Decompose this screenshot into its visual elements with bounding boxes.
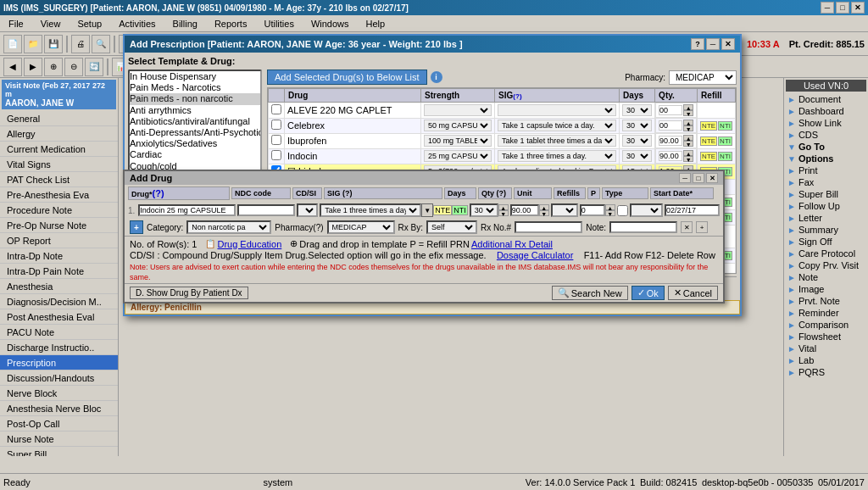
right-item-letter[interactable]: ►Letter [786, 212, 866, 224]
menu-reports[interactable]: Reports [209, 17, 253, 31]
qty-input-row[interactable] [510, 204, 539, 216]
sidebar-item-intra-pain[interactable]: Intra-Dp Pain Note [0, 264, 118, 279]
close-btn[interactable]: ✕ [851, 2, 865, 14]
right-item-print[interactable]: ►Print [786, 164, 866, 176]
tb2-btn5[interactable]: 🔄 [85, 58, 103, 76]
maximize-btn[interactable]: □ [836, 2, 849, 14]
tb2-btn3[interactable]: ⊕ [44, 58, 63, 76]
print-btn[interactable]: 🖨 [71, 35, 90, 53]
tb2-btn1[interactable]: ◀ [3, 58, 22, 76]
menu-billing[interactable]: Billing [168, 17, 203, 31]
sidebar-item-anesthesia-nerve[interactable]: Anesthesia Nerve Bloc [0, 401, 118, 416]
p-checkbox[interactable] [617, 205, 628, 216]
right-item-comparison[interactable]: ►Comparison [786, 319, 866, 331]
sig-ibuprofen[interactable]: Take 1 tablet three times a day. [498, 135, 616, 147]
right-item-goto[interactable]: ▼Go To [786, 141, 866, 153]
new-btn[interactable]: 📄 [3, 35, 22, 53]
right-item-show-link[interactable]: ►Show Link [786, 117, 866, 129]
strength-celebrex[interactable]: 50 mg CAPSULE [424, 120, 492, 131]
drug-input-field[interactable] [138, 204, 236, 216]
qty-celebrex[interactable] [659, 120, 682, 131]
add-drug-close[interactable]: ✕ [706, 173, 718, 183]
template-in-house[interactable]: In House Dispensary [130, 71, 260, 82]
qty-ibuprofen[interactable] [659, 136, 682, 146]
sidebar-item-nurse-note[interactable]: Nurse Note [0, 432, 118, 447]
menu-help[interactable]: Help [361, 17, 391, 31]
sig-input[interactable]: Take 1 three times a day. [320, 203, 421, 217]
sidebar-item-post-anesthesia[interactable]: Post Anesthesia Eval [0, 309, 118, 325]
note-clear-btn[interactable]: ✕ [681, 221, 693, 233]
cancel-btn[interactable]: ✕ Cancel [668, 286, 718, 300]
show-by-dx-btn[interactable]: D. Show Drug By Patient Dx [130, 287, 248, 299]
right-item-reminder[interactable]: ►Reminder [786, 307, 866, 319]
template-pain-narcotics[interactable]: Pain Meds - Narcotics [130, 82, 260, 93]
right-item-flowsheet[interactable]: ►Flowsheet [786, 331, 866, 342]
menu-file[interactable]: File [3, 17, 29, 31]
right-item-sign-off[interactable]: ►Sign Off [786, 236, 866, 248]
strength-aleve[interactable] [424, 104, 492, 116]
sidebar-item-intra-dp[interactable]: Intra-Dp Note [0, 248, 118, 264]
category-select[interactable]: Non narcotic pa [186, 220, 271, 234]
check-aleve[interactable] [271, 104, 281, 114]
right-item-vital[interactable]: ►Vital [786, 342, 866, 354]
note-add-btn[interactable]: + [696, 221, 708, 233]
sidebar-item-prescription[interactable]: Prescription [0, 355, 118, 370]
menu-utilities[interactable]: Utilities [259, 17, 298, 31]
drug-education-link[interactable]: Drug Education [217, 239, 281, 249]
preview-btn[interactable]: 🔍 [92, 35, 110, 53]
right-item-summary[interactable]: ►Summary [786, 224, 866, 236]
right-item-cds[interactable]: ►CDS [786, 129, 866, 141]
qty-indocin[interactable] [659, 151, 682, 161]
right-item-options[interactable]: ▼Options [786, 153, 866, 164]
sidebar-item-pre-op[interactable]: Pre-Op Nurse Note [0, 218, 118, 233]
template-anti-arrythmics[interactable]: Anti arrythmics [130, 105, 260, 116]
check-celebrex[interactable] [271, 120, 281, 130]
menu-windows[interactable]: Windows [306, 17, 354, 31]
right-item-copy-prv[interactable]: ►Copy Prv. Visit [786, 259, 866, 271]
tb2-btn2[interactable]: ▶ [24, 58, 42, 76]
right-item-super-bill[interactable]: ►Super Bill [786, 188, 866, 200]
sidebar-item-procedure[interactable]: Procedure Note [0, 203, 118, 218]
minimize-btn[interactable]: ─ [821, 2, 834, 14]
sidebar-item-allergy[interactable]: Allergy [0, 126, 118, 142]
save-btn[interactable]: 💾 [44, 35, 63, 53]
template-anti-depressants[interactable]: Anti-Depressants/Anti-Psychotics [130, 127, 260, 138]
days-input[interactable]: 30 [470, 203, 498, 217]
sidebar-item-vital-signs[interactable]: Vital Signs [0, 157, 118, 172]
additional-rx-link[interactable]: Additional Rx Detail [471, 239, 553, 249]
ok-btn[interactable]: ✓ Ok [632, 286, 665, 300]
pharmacy-select-row2[interactable]: MEDICAP [327, 220, 395, 234]
sidebar-item-discussion[interactable]: Discussion/Handouts [0, 370, 118, 386]
strength-ibuprofen[interactable]: 100 mg TABLET [424, 135, 492, 147]
check-ibuprofen[interactable] [271, 135, 281, 145]
sidebar-item-diagnosis[interactable]: Diagnosis/Decision M.. [0, 294, 118, 309]
template-antibiotics[interactable]: Antibiotics/antiviral/antifungal [130, 116, 260, 127]
cdsi-select[interactable] [297, 203, 318, 217]
right-item-follow-up[interactable]: ►Follow Up [786, 200, 866, 212]
right-item-lab[interactable]: ►Lab [786, 354, 866, 366]
check-indocin[interactable] [271, 150, 281, 160]
ndc-input[interactable] [237, 204, 295, 216]
info-icon[interactable]: i [431, 71, 442, 83]
start-date-input[interactable] [665, 204, 720, 216]
add-to-list-btn[interactable]: Add Selected Drug(s) to Below List [267, 70, 427, 85]
sidebar-item-discharge[interactable]: Discharge Instructio.. [0, 340, 118, 355]
right-item-care-protocol[interactable]: ►Care Protocol [786, 248, 866, 259]
dialog-close[interactable]: ✕ [721, 38, 735, 50]
rxby-select[interactable]: Self [426, 220, 477, 234]
unit-select[interactable] [551, 203, 578, 217]
type-select[interactable] [630, 203, 663, 217]
sig-indocin[interactable]: Take 1 three times a day. [498, 150, 616, 162]
help-icon[interactable]: ? [691, 38, 704, 50]
right-item-dashboard[interactable]: ►Dashboard [786, 105, 866, 117]
right-item-note[interactable]: ►Note [786, 271, 866, 283]
search-new-btn[interactable]: 🔍 Search New [552, 286, 628, 300]
days-aleve[interactable]: 30 [622, 104, 652, 116]
note-input[interactable] [609, 221, 677, 233]
sidebar-item-super-bill[interactable]: Super Bill [0, 447, 118, 456]
add-row-btn[interactable]: + [130, 220, 143, 234]
rxno-input[interactable] [515, 221, 582, 233]
qty-aleve[interactable] [659, 105, 682, 115]
sig-celebrex[interactable]: Take 1 capsule twice a day. [498, 120, 616, 131]
right-item-document[interactable]: ►Document [786, 93, 866, 105]
